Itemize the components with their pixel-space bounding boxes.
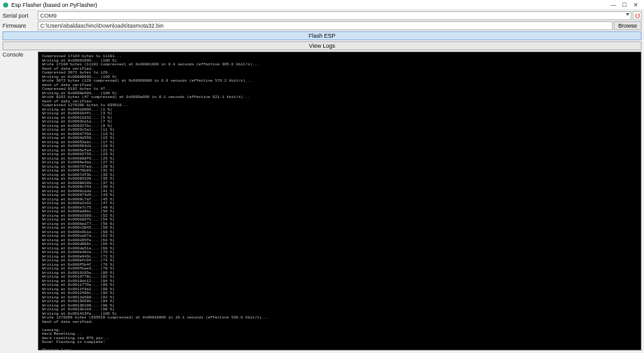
firmware-label: Firmware [3, 23, 38, 29]
serial-port-label: Serial port [3, 13, 38, 19]
maximize-button[interactable]: ☐ [619, 2, 630, 8]
minimize-button[interactable]: — [608, 2, 619, 8]
console-label: Console [3, 52, 38, 350]
serial-port-row: Serial port COM9 [3, 11, 641, 20]
window-title: Esp Flasher (based on PyFlasher) [11, 2, 97, 8]
close-button[interactable]: ✕ [630, 2, 641, 8]
serial-port-select[interactable]: COM9 [38, 11, 631, 20]
firmware-row: Firmware Browse [3, 21, 641, 30]
view-logs-button[interactable]: View Logs [3, 41, 641, 50]
browse-button[interactable]: Browse [614, 21, 641, 30]
app-icon [3, 2, 9, 8]
serial-port-select-wrap: COM9 [38, 11, 631, 20]
form-area: Serial port COM9 Firmware Browse Flash E… [0, 10, 644, 52]
flash-esp-button[interactable]: Flash ESP [3, 31, 641, 40]
svg-point-0 [3, 3, 8, 8]
chevron-down-icon [626, 13, 630, 16]
refresh-ports-button[interactable] [633, 11, 641, 20]
console-row: Console Compressed 17104 bytes to 11191.… [0, 52, 644, 353]
console-output[interactable]: Compressed 17104 bytes to 11191... Writi… [38, 52, 641, 350]
titlebar: Esp Flasher (based on PyFlasher) — ☐ ✕ [0, 0, 644, 10]
refresh-icon [635, 13, 640, 19]
firmware-path-input[interactable] [38, 21, 613, 30]
